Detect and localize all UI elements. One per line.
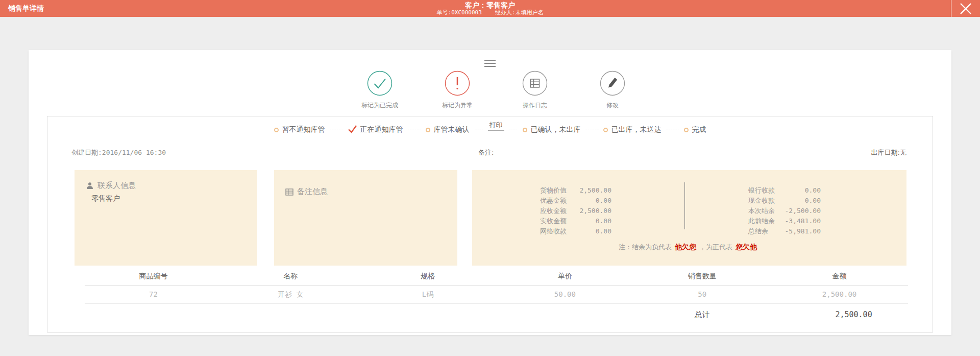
finance-label: 应收金额: [540, 206, 567, 216]
print-link[interactable]: 打印: [488, 121, 504, 131]
contact-panel-title: 联系人信息: [97, 181, 136, 191]
remark-panel-header: 备注信息: [285, 187, 446, 197]
finance-value: 0.00: [596, 226, 611, 236]
finance-label: 优惠金额: [540, 196, 567, 206]
status-connector: [408, 130, 421, 130]
modify-button[interactable]: 修改: [582, 70, 643, 110]
table-icon: [285, 188, 293, 196]
finance-row: 现金收款0.00: [748, 196, 821, 206]
finance-value: 2,500.00: [579, 206, 611, 216]
action-label: 标记为异常: [442, 101, 473, 110]
finance-row: 银行收款0.00: [748, 185, 821, 196]
note-prefix: 注：结余为负代表: [619, 243, 672, 251]
exclamation-circle-icon: [445, 70, 470, 96]
close-button[interactable]: [951, 0, 980, 17]
finance-row: 总结余-5,981.00: [748, 226, 821, 236]
table-total-row: 总计 2,500.00: [85, 304, 908, 320]
finance-row: 货物价值2,500.00: [540, 185, 611, 196]
status-circle-icon: [274, 128, 279, 132]
total-value: 2,500.00: [785, 310, 922, 320]
finance-value: 0.00: [805, 196, 821, 206]
check-circle-icon: [367, 70, 393, 96]
column-header: 名称: [222, 267, 359, 285]
finance-label: 此前结余: [748, 216, 775, 226]
status-connector: [585, 130, 599, 130]
status-step: 已出库，未送达: [611, 125, 662, 134]
status-connector: [509, 130, 517, 130]
finance-label: 实收金额: [540, 216, 567, 226]
contact-panel-header: 联系人信息: [86, 181, 246, 191]
finance-row: 此前结余-3,481.00: [748, 216, 821, 226]
finance-label: 货物价值: [540, 185, 567, 196]
status-connector: [666, 130, 679, 130]
finance-label: 银行收款: [748, 185, 775, 196]
finance-row: 网络收款0.00: [540, 226, 611, 236]
finance-value: -2,500.00: [785, 206, 821, 216]
header-order-summary: 客户：零售客户 单号:0XC000003经办人:未填用户名: [0, 1, 980, 16]
action-label: 操作日志: [523, 101, 547, 110]
note-middle: ，为正代表: [699, 243, 732, 251]
status-step: 已确认，未出库: [531, 125, 581, 134]
status-connector: [330, 130, 343, 130]
total-label: 总计: [633, 310, 771, 320]
goods-table: 商品编号 名称 规格 单价 销售数量 金额 72 开衫 女 L码 50.00 5…: [85, 267, 908, 320]
pencil-circle-icon: [600, 70, 625, 96]
contact-panel: 联系人信息 零售客户: [75, 170, 257, 266]
note-positive: 您欠他: [736, 243, 757, 251]
status-step-current: 正在通知库管: [360, 125, 403, 134]
column-header: 销售数量: [633, 267, 771, 285]
action-label: 标记为已完成: [361, 101, 398, 110]
finance-value: 0.00: [596, 196, 611, 206]
finance-value: -3,481.00: [785, 216, 821, 226]
cell-product-name: 开衫 女: [222, 286, 359, 303]
operation-log-button[interactable]: 操作日志: [504, 70, 566, 110]
note-negative: 他欠您: [675, 243, 696, 251]
finance-value: 0.00: [596, 216, 611, 226]
finance-left-group: 货物价值2,500.00 优惠金额0.00 应收金额2,500.00 实收金额0…: [540, 185, 611, 236]
customer-name: 客户：零售客户: [0, 1, 980, 9]
table-row: 72 开衫 女 L码 50.00 50 2,500.00: [85, 286, 908, 304]
mark-completed-button[interactable]: 标记为已完成: [349, 70, 410, 110]
finance-value: 0.00: [805, 185, 821, 196]
menu-icon[interactable]: [484, 60, 496, 67]
finance-label: 现金收款: [748, 196, 775, 206]
close-icon: [959, 2, 972, 15]
cell-amount: 2,500.00: [771, 286, 908, 303]
operator-name: 经办人:未填用户名: [495, 9, 544, 16]
finance-label: 本次结余: [748, 206, 775, 216]
finance-value: 2,500.00: [579, 185, 611, 196]
cell-unit-price: 50.00: [496, 286, 633, 303]
finance-row: 优惠金额0.00: [540, 196, 611, 206]
finance-value: -5,981.00: [785, 226, 821, 236]
status-print-connector: 打印: [471, 125, 522, 135]
info-row: 创建日期:2016/11/06 16:30 备注: 出库日期:无: [71, 148, 906, 158]
remark-panel: 备注信息: [274, 170, 457, 266]
cell-spec: L码: [359, 286, 497, 303]
table-header-row: 商品编号 名称 规格 单价 销售数量 金额: [85, 267, 908, 286]
finance-row: 实收金额0.00: [540, 216, 611, 226]
order-body: 暂不通知库管 正在通知库管 库管未确认 打印 已确认，未出库 已出库，未送达 完…: [47, 116, 933, 333]
outbound-date: 出库日期:无: [871, 148, 906, 157]
column-header: 商品编号: [85, 267, 222, 285]
order-meta: 单号:0XC000003经办人:未填用户名: [0, 9, 980, 16]
cell-quantity: 50: [633, 286, 771, 303]
finance-divider: [684, 182, 685, 229]
balance-note: 注：结余为负代表他欠您，为正代表您欠他: [472, 243, 906, 252]
contact-name: 零售客户: [91, 194, 246, 203]
status-circle-icon: [426, 128, 430, 132]
finance-row: 本次结余-2,500.00: [748, 206, 821, 216]
finance-label: 总结余: [748, 226, 768, 236]
created-date: 创建日期:2016/11/06 16:30: [71, 148, 166, 157]
column-header: 单价: [496, 267, 633, 285]
person-icon: [86, 182, 94, 190]
cell-product-code: 72: [85, 286, 222, 303]
mark-abnormal-button[interactable]: 标记为异常: [427, 70, 488, 110]
title-bar: 销售单详情 客户：零售客户 单号:0XC000003经办人:未填用户名: [0, 0, 980, 17]
status-flow: 暂不通知库管 正在通知库管 库管未确认 打印 已确认，未出库 已出库，未送达 完…: [47, 125, 933, 135]
order-detail-card: 标记为已完成 标记为异常 操作日志 修改: [29, 50, 951, 335]
status-step: 完成: [692, 125, 706, 134]
column-header: 金额: [771, 267, 908, 285]
status-step: 库管未确认: [434, 125, 470, 134]
remark-label: 备注:: [478, 148, 494, 157]
status-circle-icon: [523, 128, 527, 132]
